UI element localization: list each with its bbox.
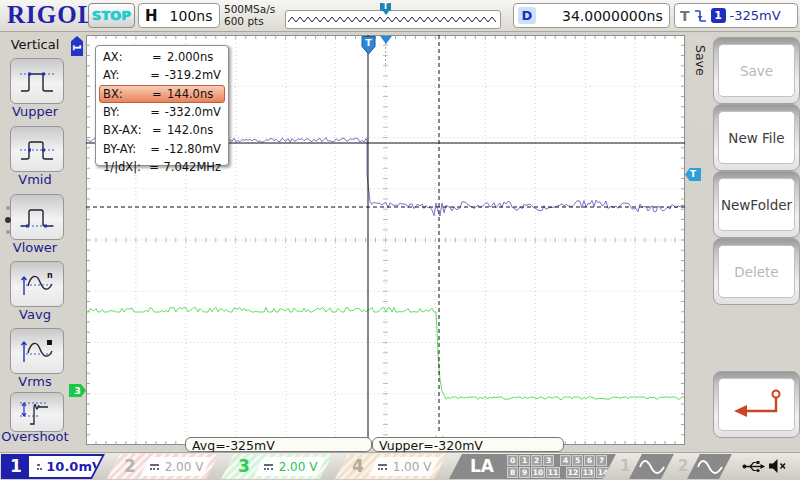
return-arrow-icon [726,385,788,425]
usb-icon [742,459,765,474]
vmid-icon [18,134,56,164]
delete-button-label: Delete [718,245,795,298]
dc-coupling-icon [36,463,41,471]
la-digit: 14 [596,467,610,478]
cursor-row: AY:=-319.2mV [99,66,225,84]
channel2-number: 2 [124,456,136,476]
overshoot-button[interactable] [10,392,64,432]
measurement-result-vupper: Vupper=-320mV [372,437,564,452]
sine-wave-icon [697,459,723,475]
new-folder-button-label: NewFolder [718,178,795,231]
screen-center-marker-icon [380,36,392,44]
channel2-status[interactable]: 2 2.00 V [107,454,219,479]
cursor-row: BX:=144.0ns [99,85,225,103]
channel1-position-marker-icon[interactable]: 1 [71,36,83,56]
timebase-value: 100ns [170,8,213,24]
horizontal-timebase-box[interactable]: H 100ns [138,3,220,28]
vrms-button[interactable] [10,328,64,374]
trigger-position-marker-icon[interactable]: T [361,36,376,55]
svg-text:T: T [365,37,372,48]
menu-tab-label: Save [693,45,708,76]
la-digit: 3 [543,455,554,466]
svg-text:n: n [47,271,53,280]
overshoot-icon [18,398,56,426]
channel2-scale: 2.00 V [165,460,204,474]
channel1-number: 1 [10,456,22,476]
cursor-row: BY:=-332.0mV [99,103,225,121]
vlower-icon [18,202,56,232]
vavg-label: Vavg [0,307,70,322]
la-digit: 8 [507,467,518,478]
channel4-status[interactable]: 4 1.00 V [335,454,447,479]
la-digit: 0 [507,455,518,466]
memory-depth: 600 pts [224,15,275,27]
la-digit: 11 [546,467,560,478]
channel4-scale: 1.00 V [393,460,432,474]
menu-title: Vertical [0,37,70,52]
sine-wave-icon [639,459,665,475]
trigger-info-box[interactable]: T 1 -325mV [674,3,798,28]
la-digit-grid: 0123456789101112131415 [507,455,626,479]
channel3-status[interactable]: 3 2.00 V [221,454,333,479]
la-digit: 7 [596,455,607,466]
top-bar: RIGOL STOP H 100ns 500MSa/s 600 pts T D … [0,0,800,32]
new-folder-button[interactable]: NewFolder [713,171,800,238]
channel3-scale: 2.00 V [279,460,318,474]
vupper-button[interactable] [10,58,64,104]
vavg-icon: n [18,269,56,299]
la-label: LA [470,456,494,476]
la-digit: 12 [566,467,580,478]
save-button[interactable]: Save [713,37,800,104]
delete-button[interactable]: Delete [713,238,800,305]
menu-page-dot [6,206,10,210]
vlower-button[interactable] [10,194,64,240]
channel1-status[interactable]: 1 10.0mV [1,454,105,479]
trigger-delay-box[interactable]: D 34.0000000ns [513,3,670,28]
falling-edge-icon [694,8,707,24]
vmid-label: Vmid [0,172,70,187]
generator2-label: 2 [678,457,688,475]
vrms-icon [18,336,56,366]
overshoot-label: Overshoot [0,429,70,444]
vmid-button[interactable] [10,126,64,172]
generator2-status[interactable] [687,454,732,479]
save-button-label: Save [718,44,795,97]
acquisition-info: 500MSa/s 600 pts [224,3,275,27]
vrms-label: Vrms [0,374,70,389]
generator1-status[interactable] [629,454,674,479]
la-digit: 10 [531,467,545,478]
menu-page-dot-active [5,217,11,223]
la-digit: 9 [519,467,530,478]
back-button[interactable] [713,371,800,438]
dc-coupling-icon [263,463,274,471]
measurement-result-avg: Avg=-325mV [185,437,372,452]
la-digit: 1 [519,455,530,466]
horizontal-label: H [145,7,158,25]
la-status[interactable]: LA 0123456789101112131415 [449,454,616,479]
la-digit: 5 [572,455,583,466]
vupper-icon [18,66,56,96]
brand-logo: RIGOL [7,1,95,29]
vlower-label: Vlower [0,240,70,255]
trigger-level-marker-icon[interactable]: T [685,168,701,181]
channel3-ground-marker-icon[interactable]: 3 [69,384,86,397]
waveform-preview-bar[interactable] [285,10,501,29]
trigger-label: T [680,8,690,24]
cursor-row: BY-AY:=-12.80mV [99,139,225,157]
run-state-badge[interactable]: STOP [88,3,135,28]
vupper-label: Vupper [0,104,70,119]
cursor-measurement-panel: AX:=2.000nsAY:=-319.2mVBX:=144.0nsBY:=-3… [95,45,229,166]
sample-rate: 500MSa/s [224,3,275,15]
menu-tab-save[interactable]: Save [688,35,712,127]
trigger-source-badge: 1 [711,8,726,23]
dc-coupling-icon [149,463,160,471]
delay-value: 34.0000000ns [562,8,663,24]
new-file-button[interactable]: New File [713,104,800,171]
trigger-position-flag-icon[interactable]: T [380,3,391,11]
preview-waveform-icon [286,11,498,26]
vavg-button[interactable]: n [10,261,64,307]
la-digit: 6 [584,455,595,466]
delay-label: D [518,7,536,24]
channel1-scale: 10.0mV [46,459,102,474]
speaker-muted-icon[interactable] [768,458,787,474]
